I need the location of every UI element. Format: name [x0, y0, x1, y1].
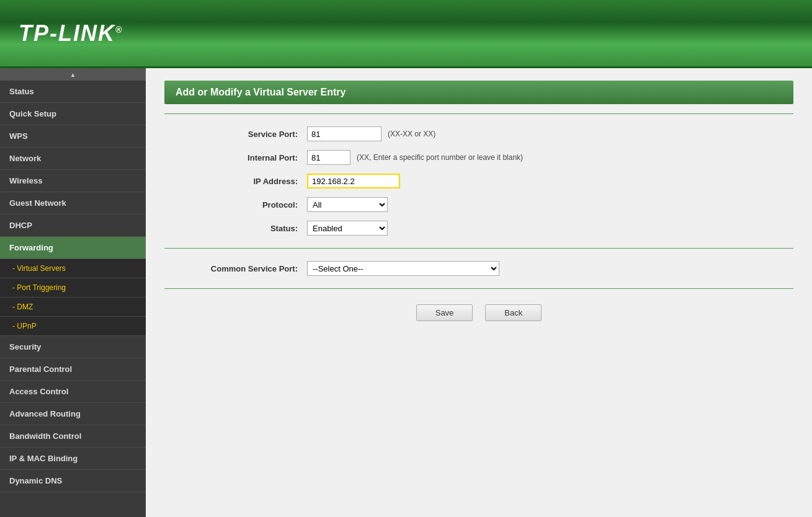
service-port-input[interactable] — [307, 126, 381, 141]
internal-port-row: Internal Port: (XX, Enter a specific por… — [195, 150, 793, 165]
service-port-hint: (XX-XX or XX) — [388, 130, 435, 138]
sidebar-item-dmz[interactable]: - DMZ — [0, 298, 146, 317]
sidebar-item-quick-setup[interactable]: Quick Setup — [0, 103, 146, 125]
sidebar-item-status[interactable]: Status — [0, 81, 146, 103]
protocol-select[interactable]: All TCP UDP — [307, 197, 388, 212]
sidebar-scroll-up[interactable]: ▲ — [0, 68, 146, 81]
sidebar-item-dhcp[interactable]: DHCP — [0, 214, 146, 237]
sidebar-item-port-triggering[interactable]: - Port Triggering — [0, 278, 146, 298]
common-service-port-row: Common Service Port: --Select One-- FTP … — [164, 261, 793, 276]
middle-divider — [164, 248, 793, 249]
back-button[interactable]: Back — [485, 304, 542, 321]
common-service-port-select[interactable]: --Select One-- FTP HTTP HTTPS DNS SMTP P… — [307, 261, 499, 276]
ip-address-row: IP Address: — [195, 174, 793, 188]
protocol-label: Protocol: — [195, 200, 307, 210]
content-area: Add or Modify a Virtual Server Entry Ser… — [146, 68, 812, 517]
sidebar-inner: Status Quick Setup WPS Network Wireless … — [0, 81, 146, 517]
section-title: Add or Modify a Virtual Server Entry — [176, 87, 346, 97]
sidebar-item-virtual-servers[interactable]: - Virtual Servers — [0, 259, 146, 278]
status-row: Status: Enabled Disabled — [195, 221, 793, 236]
internal-port-hint: (XX, Enter a specific port number or lea… — [357, 153, 523, 162]
header: TP-LINK® — [0, 0, 812, 68]
bottom-divider — [164, 288, 793, 289]
service-port-label: Service Port: — [195, 130, 307, 139]
top-divider — [164, 113, 793, 114]
section-header: Add or Modify a Virtual Server Entry — [164, 81, 793, 104]
protocol-row: Protocol: All TCP UDP — [195, 197, 793, 212]
common-service-port-label: Common Service Port: — [195, 264, 307, 273]
internal-port-input[interactable] — [307, 150, 350, 165]
sidebar-item-forwarding[interactable]: Forwarding — [0, 237, 146, 259]
logo: TP-LINK® — [19, 20, 123, 46]
internal-port-label: Internal Port: — [195, 153, 307, 162]
sidebar-item-parental-control[interactable]: Parental Control — [0, 358, 146, 381]
button-row: Save Back — [164, 304, 793, 321]
form-table: Service Port: (XX-XX or XX) Internal Por… — [164, 126, 793, 236]
sidebar-item-security[interactable]: Security — [0, 336, 146, 358]
main-layout: ▲ Status Quick Setup WPS Network Wireles… — [0, 68, 812, 517]
sidebar-item-network[interactable]: Network — [0, 148, 146, 170]
sidebar-item-wps[interactable]: WPS — [0, 125, 146, 148]
status-label: Status: — [195, 224, 307, 233]
save-button[interactable]: Save — [416, 304, 473, 321]
logo-mark: ® — [115, 25, 123, 35]
status-select[interactable]: Enabled Disabled — [307, 221, 388, 236]
service-port-row: Service Port: (XX-XX or XX) — [195, 126, 793, 141]
sidebar-item-guest-network[interactable]: Guest Network — [0, 192, 146, 214]
ip-address-input[interactable] — [307, 174, 400, 188]
sidebar-item-upnp[interactable]: - UPnP — [0, 317, 146, 336]
sidebar-item-wireless[interactable]: Wireless — [0, 170, 146, 192]
ip-address-label: IP Address: — [195, 177, 307, 186]
sidebar: ▲ Status Quick Setup WPS Network Wireles… — [0, 68, 146, 517]
sidebar-item-ip-mac-binding[interactable]: IP & MAC Binding — [0, 448, 146, 470]
sidebar-item-access-control[interactable]: Access Control — [0, 381, 146, 403]
logo-text: TP-LINK — [19, 20, 115, 46]
sidebar-item-bandwidth-control[interactable]: Bandwidth Control — [0, 425, 146, 448]
sidebar-item-advanced-routing[interactable]: Advanced Routing — [0, 403, 146, 425]
sidebar-item-dynamic-dns[interactable]: Dynamic DNS — [0, 470, 146, 492]
